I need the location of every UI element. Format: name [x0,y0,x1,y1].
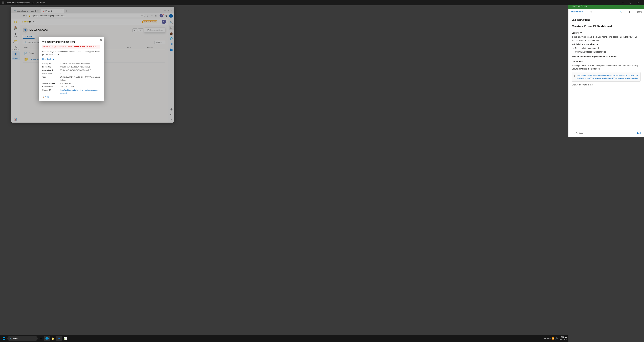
error-code: ServerError_ModelOperationFailedDueToInv… [42,45,100,48]
time-label: Time [42,76,59,82]
request-id-label: Request ID [42,66,59,68]
chevron-up-icon: ▲ [52,58,54,60]
client-version-label: Client version [42,85,59,88]
detail-service-version: Service version 13.0.24547.47 [42,82,100,85]
detail-request-id: Request ID f0fd08f6-61c5-155d-dd74-2fbc1… [42,66,100,68]
correlation-id-label: Correlation ID [42,69,59,72]
error-details: Activity ID 4bcfde0e-1960-4cd3-ae9d-7bbc… [42,62,100,95]
request-id-value: f0fd08f6-61c5-155d-dd74-2fbc1bdcac3c [60,66,100,68]
copy-btn[interactable]: 📋 Copy [42,96,100,98]
hide-details-label: Hide details [42,58,52,60]
service-version-value: 13.0.24547.47 [60,82,100,85]
error-close-button[interactable]: ✕ [100,38,102,42]
detail-activity-id: Activity ID 4bcfde0e-1960-4cd3-ae9d-7bbc… [42,62,100,65]
copy-label: Copy [45,96,49,98]
hide-details-btn[interactable]: Hide details ▲ [42,58,100,60]
status-code-value: 400 [60,72,100,75]
detail-client-version: Client version 2410.3.21423-train [42,85,100,88]
time-value: Wed Oct 30 2024 09:58:15 GMT-0700 (Pacif… [60,76,100,82]
service-version-label: Service version [42,82,59,85]
activity-id-value: 4bcfde0e-1960-4cd3-ae9d-7bbc835bd377 [60,62,100,65]
cluster-uri-label: Cluster URI [42,89,59,95]
status-code-label: Status code [42,72,59,75]
window-icon [2,2,4,4]
cluster-uri-link[interactable]: https://wabi-us-central-b-primary-redire… [60,89,100,95]
error-title: We couldn't import data from [42,40,100,43]
detail-time: Time Wed Oct 30 2024 09:58:15 GMT-0700 (… [42,76,100,82]
detail-cluster-uri: Cluster URI https://wabi-us-central-b-pr… [42,89,100,95]
correlation-id-value: 65c8a138-3cf0-76d4-8481-d49f82ecc7a3 [60,69,100,72]
detail-correlation-id: Correlation ID 65c8a138-3cf0-76d4-8481-d… [42,69,100,72]
copy-icon: 📋 [42,96,44,98]
client-version-value: 2410.3.21423-train [60,85,100,88]
activity-id-label: Activity ID [42,62,59,65]
error-dialog: ✕ We couldn't import data from ServerErr… [38,37,104,101]
error-message: Please try again later or contact suppor… [42,50,100,56]
window-title: Create a Power BI Dashboard - Google Chr… [6,2,45,4]
detail-status-code: Status code 400 [42,72,100,75]
window-titlebar: Create a Power BI Dashboard - Google Chr… [0,0,258,5]
